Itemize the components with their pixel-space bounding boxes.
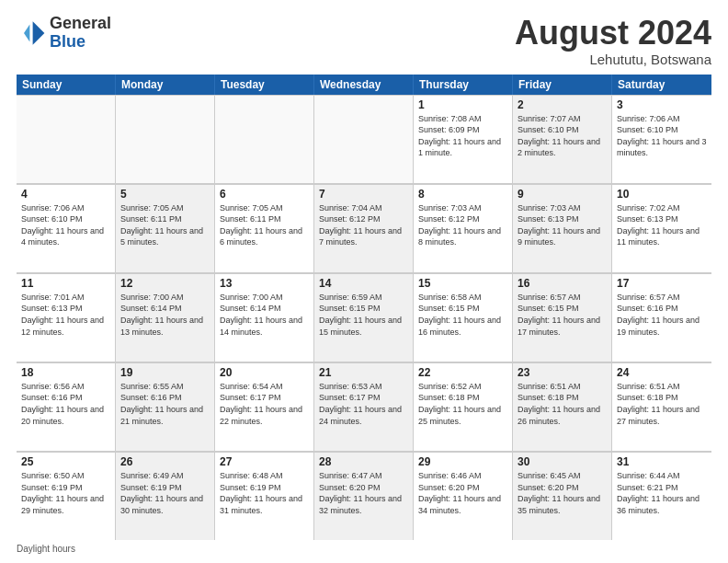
cal-header-thursday: Thursday — [414, 75, 513, 95]
calendar-body: 1Sunrise: 7:08 AM Sunset: 6:09 PM Daylig… — [17, 95, 711, 540]
cell-info: Sunrise: 6:48 AM Sunset: 6:19 PM Dayligh… — [220, 470, 309, 516]
svg-marker-1 — [24, 24, 29, 41]
day-number: 25 — [21, 455, 110, 468]
cell-info: Sunrise: 7:07 AM Sunset: 6:10 PM Dayligh… — [518, 113, 607, 159]
cell-info: Sunrise: 7:05 AM Sunset: 6:11 PM Dayligh… — [220, 202, 309, 248]
day-number: 1 — [418, 98, 507, 111]
cal-cell-23: 23Sunrise: 6:51 AM Sunset: 6:18 PM Dayli… — [513, 362, 612, 451]
cal-cell-20: 20Sunrise: 6:54 AM Sunset: 6:17 PM Dayli… — [215, 362, 314, 451]
cell-info: Sunrise: 6:51 AM Sunset: 6:18 PM Dayligh… — [617, 381, 707, 427]
day-number: 5 — [120, 188, 210, 201]
cal-week-1: 4Sunrise: 7:06 AM Sunset: 6:10 PM Daylig… — [17, 184, 711, 273]
cal-cell-14: 14Sunrise: 6:59 AM Sunset: 6:15 PM Dayli… — [314, 273, 414, 362]
day-number: 27 — [220, 455, 309, 468]
cal-cell-29: 29Sunrise: 6:46 AM Sunset: 6:20 PM Dayli… — [414, 452, 513, 540]
day-number: 20 — [220, 366, 309, 379]
cal-cell-11: 11Sunrise: 7:01 AM Sunset: 6:13 PM Dayli… — [17, 273, 116, 362]
svg-marker-0 — [33, 21, 45, 45]
cal-week-3: 18Sunrise: 6:56 AM Sunset: 6:16 PM Dayli… — [17, 362, 711, 452]
cal-cell-12: 12Sunrise: 7:00 AM Sunset: 6:14 PM Dayli… — [116, 273, 215, 362]
cell-info: Sunrise: 6:52 AM Sunset: 6:18 PM Dayligh… — [418, 381, 507, 427]
cal-cell-24: 24Sunrise: 6:51 AM Sunset: 6:18 PM Dayli… — [612, 362, 711, 451]
cal-cell-31: 31Sunrise: 6:44 AM Sunset: 6:21 PM Dayli… — [612, 452, 711, 540]
cal-week-0: 1Sunrise: 7:08 AM Sunset: 6:09 PM Daylig… — [17, 95, 711, 184]
title-block: August 2024 Lehututu, Botswana — [515, 15, 711, 67]
cal-cell-7: 7Sunrise: 7:04 AM Sunset: 6:12 PM Daylig… — [314, 184, 414, 272]
cell-info: Sunrise: 6:53 AM Sunset: 6:17 PM Dayligh… — [319, 381, 408, 427]
cell-info: Sunrise: 6:59 AM Sunset: 6:15 PM Dayligh… — [319, 292, 408, 338]
calendar-header-row: SundayMondayTuesdayWednesdayThursdayFrid… — [17, 75, 711, 95]
cell-info: Sunrise: 7:06 AM Sunset: 6:10 PM Dayligh… — [21, 202, 110, 248]
cell-info: Sunrise: 6:55 AM Sunset: 6:16 PM Dayligh… — [120, 381, 210, 427]
day-number: 29 — [418, 455, 507, 468]
cal-cell-empty-0-0 — [17, 95, 116, 183]
cal-cell-28: 28Sunrise: 6:47 AM Sunset: 6:20 PM Dayli… — [314, 452, 414, 540]
cell-info: Sunrise: 6:51 AM Sunset: 6:18 PM Dayligh… — [518, 381, 607, 427]
day-number: 23 — [518, 366, 607, 379]
cal-cell-25: 25Sunrise: 6:50 AM Sunset: 6:19 PM Dayli… — [17, 452, 116, 540]
logo-text: General Blue — [50, 15, 111, 52]
page: General Blue August 2024 Lehututu, Botsw… — [0, 0, 728, 563]
logo-general: General — [50, 15, 111, 33]
cal-cell-6: 6Sunrise: 7:05 AM Sunset: 6:11 PM Daylig… — [215, 184, 314, 272]
day-number: 18 — [21, 366, 110, 379]
day-number: 28 — [319, 455, 408, 468]
month-title: August 2024 — [515, 15, 711, 52]
cal-cell-17: 17Sunrise: 6:57 AM Sunset: 6:16 PM Dayli… — [612, 273, 711, 362]
cal-cell-15: 15Sunrise: 6:58 AM Sunset: 6:15 PM Dayli… — [414, 273, 513, 362]
cell-info: Sunrise: 6:47 AM Sunset: 6:20 PM Dayligh… — [319, 470, 408, 516]
cell-info: Sunrise: 6:56 AM Sunset: 6:16 PM Dayligh… — [21, 381, 110, 427]
cell-info: Sunrise: 7:04 AM Sunset: 6:12 PM Dayligh… — [319, 202, 408, 248]
cal-cell-9: 9Sunrise: 7:03 AM Sunset: 6:13 PM Daylig… — [513, 184, 612, 272]
cal-cell-19: 19Sunrise: 6:55 AM Sunset: 6:16 PM Dayli… — [116, 362, 215, 451]
day-number: 12 — [120, 277, 210, 290]
day-number: 31 — [617, 455, 707, 468]
cal-cell-18: 18Sunrise: 6:56 AM Sunset: 6:16 PM Dayli… — [17, 362, 116, 451]
cal-header-monday: Monday — [116, 75, 215, 95]
cal-cell-empty-0-1 — [116, 95, 215, 183]
cal-header-saturday: Saturday — [612, 75, 711, 95]
cell-info: Sunrise: 6:58 AM Sunset: 6:15 PM Dayligh… — [418, 292, 507, 338]
cal-week-2: 11Sunrise: 7:01 AM Sunset: 6:13 PM Dayli… — [17, 273, 711, 362]
logo-blue: Blue — [50, 33, 111, 52]
day-number: 26 — [120, 455, 210, 468]
cell-info: Sunrise: 6:46 AM Sunset: 6:20 PM Dayligh… — [418, 470, 507, 516]
logo: General Blue — [17, 15, 111, 52]
cell-info: Sunrise: 6:50 AM Sunset: 6:19 PM Dayligh… — [21, 470, 110, 516]
cal-cell-8: 8Sunrise: 7:03 AM Sunset: 6:12 PM Daylig… — [414, 184, 513, 272]
cal-cell-empty-0-3 — [314, 95, 414, 183]
cal-cell-22: 22Sunrise: 6:52 AM Sunset: 6:18 PM Dayli… — [414, 362, 513, 451]
cal-week-4: 25Sunrise: 6:50 AM Sunset: 6:19 PM Dayli… — [17, 452, 711, 540]
cal-cell-27: 27Sunrise: 6:48 AM Sunset: 6:19 PM Dayli… — [215, 452, 314, 540]
cal-cell-30: 30Sunrise: 6:45 AM Sunset: 6:20 PM Dayli… — [513, 452, 612, 540]
day-number: 17 — [617, 277, 707, 290]
cal-header-tuesday: Tuesday — [215, 75, 314, 95]
cal-cell-4: 4Sunrise: 7:06 AM Sunset: 6:10 PM Daylig… — [17, 184, 116, 272]
cal-cell-3: 3Sunrise: 7:06 AM Sunset: 6:10 PM Daylig… — [612, 95, 711, 183]
cal-header-wednesday: Wednesday — [314, 75, 414, 95]
cell-info: Sunrise: 6:49 AM Sunset: 6:19 PM Dayligh… — [120, 470, 210, 516]
cal-cell-10: 10Sunrise: 7:02 AM Sunset: 6:13 PM Dayli… — [612, 184, 711, 272]
day-number: 15 — [418, 277, 507, 290]
day-number: 30 — [518, 455, 607, 468]
calendar: SundayMondayTuesdayWednesdayThursdayFrid… — [17, 75, 711, 540]
day-number: 24 — [617, 366, 707, 379]
cell-info: Sunrise: 6:57 AM Sunset: 6:16 PM Dayligh… — [617, 292, 707, 338]
cal-cell-2: 2Sunrise: 7:07 AM Sunset: 6:10 PM Daylig… — [513, 95, 612, 183]
day-number: 10 — [617, 188, 707, 201]
cell-info: Sunrise: 7:00 AM Sunset: 6:14 PM Dayligh… — [120, 292, 210, 338]
day-number: 11 — [21, 277, 110, 290]
footer-note: Daylight hours — [17, 544, 711, 554]
day-number: 4 — [21, 188, 110, 201]
cal-cell-empty-0-2 — [215, 95, 314, 183]
cell-info: Sunrise: 6:54 AM Sunset: 6:17 PM Dayligh… — [220, 381, 309, 427]
cal-cell-21: 21Sunrise: 6:53 AM Sunset: 6:17 PM Dayli… — [314, 362, 414, 451]
cell-info: Sunrise: 7:06 AM Sunset: 6:10 PM Dayligh… — [617, 113, 707, 159]
location: Lehututu, Botswana — [515, 52, 711, 67]
cell-info: Sunrise: 7:02 AM Sunset: 6:13 PM Dayligh… — [617, 202, 707, 248]
cal-cell-5: 5Sunrise: 7:05 AM Sunset: 6:11 PM Daylig… — [116, 184, 215, 272]
cal-cell-16: 16Sunrise: 6:57 AM Sunset: 6:15 PM Dayli… — [513, 273, 612, 362]
logo-icon — [17, 18, 46, 48]
day-number: 13 — [220, 277, 309, 290]
cell-info: Sunrise: 7:03 AM Sunset: 6:12 PM Dayligh… — [418, 202, 507, 248]
